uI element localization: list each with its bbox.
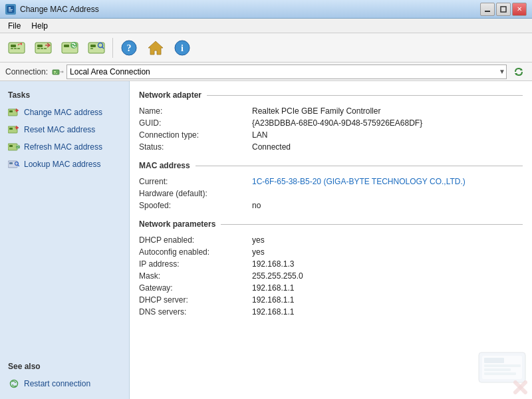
label-ip-address: IP address: — [139, 259, 252, 269]
sidebar-spacer — [0, 173, 129, 359]
sidebar-item-refresh-mac[interactable]: Refresh MAC address — [0, 138, 129, 156]
value-connection-type: LAN — [252, 130, 267, 140]
mac-address-title: MAC address — [139, 161, 190, 170]
svg-marker-30 — [148, 41, 163, 55]
network-adapter-title: Network adapter — [139, 90, 201, 100]
restart-connection-icon — [8, 378, 20, 390]
label-gateway: Gateway: — [139, 283, 252, 293]
label-status: Status: — [139, 142, 252, 152]
refresh-mac-small-icon — [8, 141, 20, 153]
info-row-connection-type: Connection type: LAN — [139, 129, 523, 141]
window-icon — [5, 4, 16, 15]
network-adapter-divider — [207, 95, 523, 96]
sidebar-change-mac-label: Change MAC address — [24, 108, 102, 117]
sidebar: Tasks Change MAC address — [0, 81, 130, 399]
value-status: Connected — [252, 142, 291, 152]
info-row-current: Current: 1C-6F-65-38-B5-20 (GIGA-BYTE TE… — [139, 176, 523, 188]
maximize-button[interactable] — [496, 3, 511, 16]
value-dhcp-enabled: yes — [252, 235, 265, 245]
value-mask: 255.255.255.0 — [252, 271, 303, 281]
info-row-dhcp-enabled: DHCP enabled: yes — [139, 234, 523, 246]
network-adapter-table: Name: Realtek PCIe GBE Family Controller… — [139, 105, 523, 153]
info-row-dns-servers: DNS servers: 192.168.1.1 — [139, 306, 523, 318]
label-hardware: Hardware (default): — [139, 189, 252, 198]
info-row-hardware: Hardware (default): — [139, 188, 523, 200]
value-spoofed: no — [252, 201, 261, 210]
value-autoconfig: yes — [252, 247, 265, 257]
value-ip-address: 192.168.1.3 — [252, 259, 294, 269]
label-autoconfig: Autoconfig enabled: — [139, 247, 252, 257]
svg-rect-45 — [9, 128, 13, 130]
connection-select-input[interactable]: Local Area Connection — [66, 65, 507, 79]
sidebar-item-change-mac[interactable]: Change MAC address — [0, 104, 129, 121]
label-dhcp-enabled: DHCP enabled: — [139, 235, 252, 245]
svg-rect-8 — [11, 48, 13, 49]
info-row-mask: Mask: 255.255.255.0 — [139, 270, 523, 282]
connection-network-icon — [52, 67, 64, 76]
change-mac-icon — [7, 39, 26, 57]
toolbar-lookup-mac-button[interactable] — [84, 35, 109, 61]
toolbar-separator — [112, 38, 113, 58]
tasks-title: Tasks — [0, 88, 129, 104]
toolbar-info-button[interactable]: i — [170, 35, 195, 61]
svg-rect-61 — [484, 368, 511, 371]
info-row-guid: GUID: {A23BDBBA-68E0-490A-9D48-575926EA6… — [139, 117, 523, 129]
svg-rect-1 — [9, 7, 11, 9]
info-row-gateway: Gateway: 192.168.1.1 — [139, 282, 523, 294]
label-dns-servers: DNS servers: — [139, 307, 252, 317]
svg-text:?: ? — [127, 43, 132, 53]
svg-rect-48 — [9, 145, 13, 147]
value-guid: {A23BDBBA-68E0-490A-9D48-575926EA68DF} — [252, 118, 422, 128]
value-dns-servers: 192.168.1.1 — [252, 307, 294, 317]
menu-help[interactable]: Help — [26, 20, 53, 32]
toolbar-reset-mac-button[interactable] — [31, 35, 56, 61]
svg-text:i: i — [181, 43, 184, 53]
info-row-ip-address: IP address: 192.168.1.3 — [139, 258, 523, 270]
connection-refresh-button[interactable] — [511, 64, 527, 80]
mac-address-divider — [196, 166, 523, 166]
sidebar-refresh-mac-label: Refresh MAC address — [24, 142, 102, 152]
value-current-mac[interactable]: 1C-6F-65-38-B5-20 (GIGA-BYTE TECHNOLOGY … — [252, 177, 466, 186]
sidebar-reset-mac-label: Reset MAC address — [24, 125, 95, 134]
svg-rect-51 — [9, 162, 13, 164]
menu-file[interactable]: File — [3, 20, 26, 32]
network-params-header: Network parameters — [139, 219, 523, 229]
mac-address-table: Current: 1C-6F-65-38-B5-20 (GIGA-BYTE TE… — [139, 176, 523, 211]
network-params-table: DHCP enabled: yes Autoconfig enabled: ye… — [139, 234, 523, 318]
close-button[interactable]: ✕ — [512, 3, 527, 16]
mac-address-header: MAC address — [139, 161, 523, 170]
sidebar-item-restart-connection[interactable]: Restart connection — [0, 375, 129, 392]
info-row-status: Status: Connected — [139, 141, 523, 153]
svg-rect-25 — [90, 48, 93, 49]
svg-rect-13 — [37, 45, 43, 47]
connection-select-wrapper: Local Area Connection ▼ — [52, 65, 507, 79]
toolbar-change-mac-button[interactable] — [4, 35, 29, 61]
svg-point-20 — [70, 42, 77, 49]
toolbar-refresh-mac-button[interactable] — [57, 35, 82, 61]
corner-decoration — [472, 346, 532, 399]
minimize-button[interactable] — [480, 3, 495, 16]
value-name: Realtek PCIe GBE Family Controller — [252, 106, 380, 116]
toolbar: ? i — [0, 33, 532, 63]
label-spoofed: Spoofed: — [139, 201, 252, 210]
value-gateway: 192.168.1.1 — [252, 283, 294, 293]
connection-label: Connection: — [5, 67, 48, 76]
svg-rect-14 — [37, 48, 40, 49]
sidebar-item-reset-mac[interactable]: Reset MAC address — [0, 121, 129, 138]
svg-rect-36 — [56, 73, 57, 74]
svg-rect-15 — [41, 48, 43, 49]
svg-line-53 — [18, 165, 19, 166]
svg-rect-4 — [485, 11, 490, 12]
toolbar-help-button[interactable]: ? — [116, 35, 142, 61]
home-icon — [146, 39, 165, 57]
toolbar-home-button[interactable] — [143, 35, 168, 61]
menu-bar: File Help — [0, 19, 532, 33]
change-mac-small-icon — [8, 106, 20, 118]
label-name: Name: — [139, 106, 252, 116]
see-also-title: See also — [0, 359, 129, 375]
label-dhcp-server: DHCP server: — [139, 295, 252, 305]
sidebar-item-lookup-mac[interactable]: Lookup MAC address — [0, 156, 129, 173]
info-icon: i — [173, 39, 192, 57]
lookup-mac-small-icon — [8, 158, 20, 170]
svg-rect-2 — [9, 9, 13, 10]
